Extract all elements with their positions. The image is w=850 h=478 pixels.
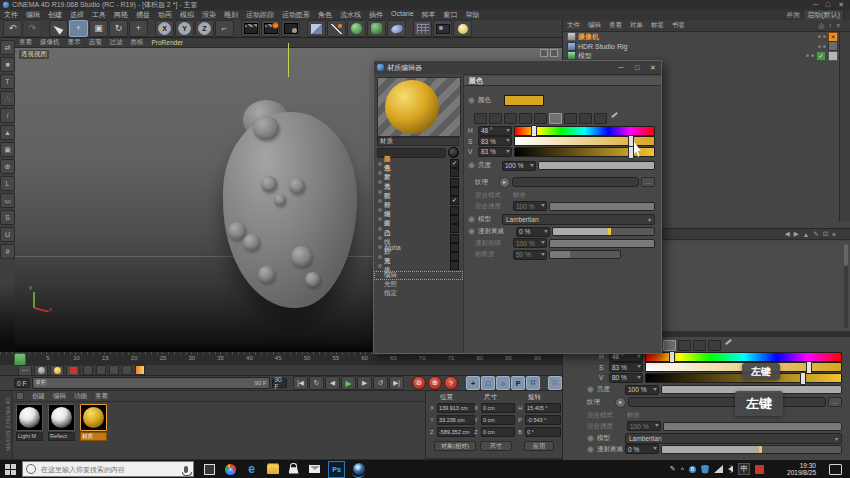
viewport-menu-1[interactable]: 查看 xyxy=(15,38,36,47)
ruler-tick-70[interactable]: 70 xyxy=(419,355,426,361)
mode-swatches-icon[interactable] xyxy=(708,340,721,351)
start-button[interactable] xyxy=(5,464,16,475)
value-value[interactable]: 83 % xyxy=(478,147,512,157)
mode-kelvin-icon[interactable] xyxy=(678,340,691,351)
diffuse-falloff-value[interactable]: 0 % xyxy=(625,444,659,454)
anim-dot[interactable] xyxy=(587,386,594,393)
brightness-slider[interactable] xyxy=(538,161,655,170)
ruler-tick-60[interactable]: 60 xyxy=(361,355,368,361)
om-menu-4[interactable]: 对象 xyxy=(626,21,647,30)
mm-menu-2[interactable]: 编辑 xyxy=(49,392,70,401)
ruler-tick-75[interactable]: 75 xyxy=(448,355,455,361)
channel-checkbox[interactable] xyxy=(450,168,459,177)
current-frame-field[interactable]: 0 F xyxy=(14,378,30,388)
material-item-3[interactable]: 材质 xyxy=(80,404,107,441)
mm-menu-1[interactable]: 创建 xyxy=(28,392,49,401)
channel-checkbox[interactable] xyxy=(450,224,459,233)
mode-kelvin-icon[interactable] xyxy=(564,113,577,124)
preview-type-button[interactable] xyxy=(448,147,459,158)
menubar-item-13[interactable]: 运动图形 xyxy=(278,10,314,20)
rotation-b-field[interactable]: 0 ° xyxy=(525,427,561,437)
menubar-item-19[interactable]: 窗口 xyxy=(440,10,462,20)
quantize-button[interactable]: # xyxy=(0,244,15,259)
apply-button[interactable]: 应用 xyxy=(524,441,554,451)
saturation-value[interactable]: 83 % xyxy=(478,136,512,146)
coord-size-dropdown[interactable]: 尺寸 xyxy=(480,441,512,451)
channel-checkbox[interactable]: ✓ xyxy=(450,196,459,205)
ruler-tick-0[interactable]: 0 xyxy=(17,355,20,361)
snap-magnet-button[interactable]: U xyxy=(0,227,15,242)
chevron-up-tray-icon[interactable]: ^ xyxy=(681,466,684,473)
menubar-item-9[interactable]: 模拟 xyxy=(176,10,198,20)
primitive-cube-button[interactable] xyxy=(307,20,326,37)
store-taskbar-icon[interactable] xyxy=(286,462,301,477)
material-item-2[interactable]: Reflect xyxy=(48,404,75,441)
environment-button[interactable] xyxy=(413,20,432,37)
texture-expand-icon[interactable]: ▸ xyxy=(615,397,626,408)
diffuse-falloff-slider[interactable] xyxy=(552,227,655,236)
model-mode-button[interactable]: ■ xyxy=(0,57,15,72)
marker-ball-gray[interactable] xyxy=(34,365,48,376)
explorer-taskbar-icon[interactable] xyxy=(265,462,280,477)
edit-icon[interactable]: ✎ xyxy=(813,230,818,238)
mode-wheel-icon[interactable] xyxy=(489,113,502,124)
workplane-mode-button[interactable]: L xyxy=(0,176,15,191)
minimize-button[interactable]: ─ xyxy=(813,1,818,9)
brightness-value[interactable]: 100 % xyxy=(502,161,536,171)
diffuse-falloff-value[interactable]: 0 % xyxy=(516,227,550,237)
coord-system-button[interactable]: ⌐ xyxy=(215,20,234,37)
texture-tag-icon[interactable] xyxy=(828,51,838,61)
menubar-item-6[interactable]: 网格 xyxy=(110,10,132,20)
mode-spectrum-icon[interactable] xyxy=(504,113,517,124)
position-y-field[interactable]: 33.236 cm xyxy=(437,415,475,425)
channel-checkbox[interactable] xyxy=(450,252,459,261)
key-paste-icon[interactable] xyxy=(96,365,106,375)
material-name-field[interactable]: 材质 xyxy=(377,137,459,146)
menubar-item-4[interactable]: 选择 xyxy=(66,10,88,20)
color-swatch[interactable] xyxy=(504,95,544,106)
back-icon[interactable]: ◀ xyxy=(785,230,790,238)
render-picture-viewer-button[interactable] xyxy=(261,20,280,37)
forward-icon[interactable]: ▶ xyxy=(794,230,799,238)
ruler-tick-55[interactable]: 55 xyxy=(332,355,339,361)
redo-button[interactable]: ↷ xyxy=(23,20,42,37)
render-view-button[interactable] xyxy=(241,20,260,37)
axis-y-button[interactable]: Y xyxy=(175,20,194,37)
mode-swatches-icon[interactable] xyxy=(594,113,607,124)
object-axis-mode-button[interactable]: ⊕ xyxy=(0,159,15,174)
anim-dot[interactable] xyxy=(468,216,475,223)
keyframe-selection-button[interactable]: ∷ xyxy=(548,376,562,390)
timeline-ruler[interactable]: 051015202530354045505560657075808590 xyxy=(0,352,562,366)
ruler-tick-15[interactable]: 15 xyxy=(102,355,109,361)
make-editable-button[interactable]: ⇄ xyxy=(0,40,15,55)
polygons-mode-button[interactable]: ▲ xyxy=(0,125,15,140)
anim-dot[interactable] xyxy=(587,446,594,453)
ramp-icon[interactable] xyxy=(135,365,145,375)
menubar-item-3[interactable]: 创建 xyxy=(44,10,66,20)
key-pla-toggle[interactable]: ∷ xyxy=(526,376,540,390)
brightness-value[interactable]: 100 % xyxy=(625,385,659,395)
record-objects-button[interactable]: ⊕ xyxy=(428,376,442,390)
channel-checkbox[interactable] xyxy=(450,215,459,224)
texture-field[interactable] xyxy=(628,397,826,407)
mode-rgb-icon[interactable] xyxy=(534,113,547,124)
channel-checkbox[interactable] xyxy=(450,187,459,196)
eyedropper-icon[interactable] xyxy=(723,340,733,349)
spline-pen-button[interactable] xyxy=(327,20,346,37)
camera-button[interactable] xyxy=(433,20,452,37)
menubar-item-16[interactable]: 插件 xyxy=(365,10,387,20)
mode-mixer-icon[interactable] xyxy=(579,113,592,124)
up-icon[interactable]: ↑ xyxy=(828,22,832,30)
chrome-taskbar-icon[interactable] xyxy=(223,462,238,477)
loop-button[interactable]: ↻ xyxy=(309,376,324,390)
channel-12[interactable]: 置换 xyxy=(374,261,463,270)
go-start-button[interactable]: |◀ xyxy=(293,376,308,390)
material-name[interactable]: Reflect xyxy=(48,432,75,441)
coord-mode-dropdown[interactable]: 对象(相对) xyxy=(434,441,476,451)
texture-mode-button[interactable]: T xyxy=(0,74,15,89)
material-name[interactable]: Light M xyxy=(16,432,43,441)
record-help-button[interactable]: ? xyxy=(444,376,458,390)
menubar-item-1[interactable]: 文件 xyxy=(0,10,22,20)
menu-icon[interactable]: ≡ xyxy=(836,22,840,30)
viewport-menu-2[interactable]: 摄像机 xyxy=(36,38,64,47)
